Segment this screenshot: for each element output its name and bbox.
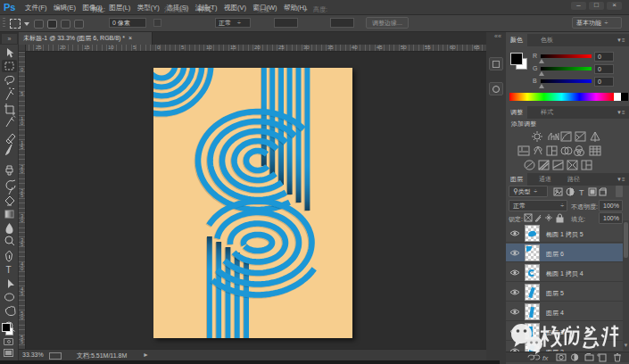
svg-text:T: T [6,265,12,275]
svg-text:T: T [579,188,584,197]
